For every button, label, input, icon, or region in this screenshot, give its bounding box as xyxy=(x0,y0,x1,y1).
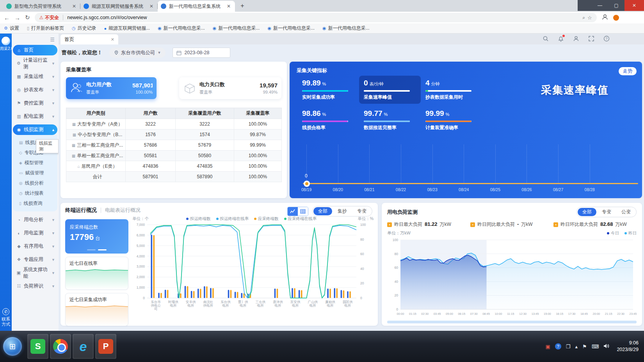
carousel-dots[interactable] xyxy=(65,249,128,250)
sidebar-collapse-icon[interactable]: ☰ xyxy=(12,34,59,43)
contact-button[interactable]: ✆ 联系方式 xyxy=(0,308,12,327)
terminal-total-card[interactable]: 应采终端总数 17796台 xyxy=(65,219,128,254)
notification-bell-icon[interactable] xyxy=(558,35,564,42)
sidebar-item[interactable]: ❖专题应用▼ xyxy=(13,254,57,265)
bookmark-item[interactable]: ◉新一代用电信息采... xyxy=(322,25,370,32)
browser-tab[interactable]: 新型电力负荷管理系统✕ xyxy=(3,1,80,12)
sidebar-item[interactable]: ◎抄表发布▼ xyxy=(13,85,57,95)
browser-update-icon[interactable] xyxy=(613,15,619,21)
bookmark-item[interactable]: ◷历史记录 xyxy=(72,25,96,32)
back-icon[interactable]: ← xyxy=(4,14,10,21)
tray-expand-icon[interactable]: ▴ xyxy=(575,344,578,350)
zoom-icon[interactable]: ⌕ xyxy=(582,15,585,20)
table-row[interactable]: ▦三相一般工商业用户...576865767999.99% xyxy=(66,140,282,151)
table-view-icon[interactable] xyxy=(298,207,308,216)
submenu-item[interactable]: ▭赋值管理 xyxy=(13,168,57,178)
segment-button[interactable]: 全部 xyxy=(313,207,332,215)
search-icon[interactable] xyxy=(543,35,549,42)
submenu-item[interactable]: ◈模型管理 xyxy=(13,158,57,168)
date-picker[interactable]: 2023-08-28 xyxy=(173,48,230,58)
sidebar-item[interactable]: ▦采集运维▼ xyxy=(13,71,57,82)
page-tab-home[interactable]: 首页✕ xyxy=(60,34,118,44)
segment-button[interactable]: 全部 xyxy=(578,208,596,216)
browser-tab[interactable]: 新一代用电信息采集系统✕ xyxy=(158,1,235,12)
minimize-button[interactable]: — xyxy=(592,0,608,11)
timeline-marker[interactable] xyxy=(304,181,310,187)
sidebar-item-home[interactable]: ⌂首页 xyxy=(13,45,57,55)
legend-item[interactable]: 今日 xyxy=(607,230,619,236)
table-row[interactable]: ▦大型专变用户（A类）32223222100.00% xyxy=(66,119,282,130)
online-rate-card[interactable]: 近七日在线率 xyxy=(65,257,128,290)
not-secure-warning[interactable]: ⚠不安全 xyxy=(39,14,59,21)
success-rate-card[interactable]: 近七日采集成功率 xyxy=(65,293,128,326)
submenu-item[interactable]: ◷统计报表 xyxy=(13,188,57,198)
avatar-icon[interactable] xyxy=(601,14,608,22)
sidebar-item[interactable]: ▣系统支撑功能▼ xyxy=(13,268,57,278)
table-row[interactable]: ▦单相一般工商业用户...5058150580100.00% xyxy=(66,151,282,161)
sidebar-item[interactable]: ⚑费控监测▼ xyxy=(13,98,57,108)
kpi-metric[interactable]: 99.89%实时采集成功率 xyxy=(297,76,359,104)
bookmark-item[interactable]: ⚙设置 xyxy=(4,25,19,32)
tray-window-icon[interactable]: ❐ xyxy=(566,344,571,350)
table-row[interactable]: ⌂居民用户（E类）474836474835100.00% xyxy=(66,161,282,172)
sidebar-item[interactable]: ◆有序用电▼ xyxy=(13,241,57,252)
tab-close-icon[interactable]: ✕ xyxy=(71,4,77,9)
tab-close-icon[interactable]: ✕ xyxy=(226,4,232,9)
kpi-timeline[interactable]: 08/1908/2008/2108/2208/2308/2408/2508/26… xyxy=(299,144,638,194)
sidebar-item[interactable]: ◔用电分析▼ xyxy=(13,215,57,225)
tab-terminal-overview[interactable]: 终端运行概况 xyxy=(65,207,97,214)
user-icon[interactable] xyxy=(573,35,579,42)
segment-button[interactable]: 专变 xyxy=(352,207,371,215)
fullscreen-icon[interactable] xyxy=(588,35,594,42)
tray-network-icon[interactable]: ⌨ xyxy=(592,344,599,350)
refresh-icon[interactable]: ↻ xyxy=(25,14,30,21)
kpi-metric[interactable]: 98.86%线损合格率 xyxy=(297,106,359,134)
kpi-metric[interactable]: 0表/分钟采集速率峰值 xyxy=(359,76,421,104)
tray-volume-icon[interactable] xyxy=(603,343,610,350)
sidebar-item[interactable]: ◐用电监测▼ xyxy=(13,228,57,238)
legend-item[interactable]: 投运终端在线率 xyxy=(216,216,249,222)
legend-item[interactable]: 应采终端在线率 xyxy=(284,216,317,222)
bookmark-item[interactable]: ●能源互联网营销服... xyxy=(104,25,150,32)
tab-close-icon[interactable]: ✕ xyxy=(111,37,114,42)
close-button[interactable]: ✕ xyxy=(624,0,644,11)
sidebar-item[interactable]: ◉线损监测▲ xyxy=(13,124,57,135)
table-row[interactable]: ▦中小型专变用户（B...1576157499.87% xyxy=(66,130,282,140)
chart-view-icon[interactable] xyxy=(288,207,298,216)
tray-help-icon[interactable]: ? xyxy=(555,343,561,350)
taskbar-ie-icon[interactable]: e xyxy=(73,334,94,359)
tab-close-icon[interactable]: ✕ xyxy=(148,4,155,9)
forward-icon[interactable]: → xyxy=(14,14,20,21)
browser-tab[interactable]: 能源互联网营销服务系统✕ xyxy=(80,1,158,12)
bookmark-item[interactable]: ◉新一代用电信息采... xyxy=(267,25,315,32)
new-tab-button[interactable]: + xyxy=(237,1,247,11)
sidebar-item[interactable]: ☷负荷辨识▼ xyxy=(13,281,57,291)
chart-zoom-scrollbar[interactable] xyxy=(387,321,637,323)
maximize-button[interactable]: ▢ xyxy=(608,0,624,11)
address-bar[interactable]: ⚠不安全 neweic.js.sgcc.com.cn/#/oc/overview… xyxy=(35,13,597,22)
bookmark-item[interactable]: ◉新一代用电信息采... xyxy=(213,25,260,32)
coverage-card[interactable]: 电力用户数覆盖率587,901100.00% xyxy=(66,77,157,99)
bookmark-item[interactable]: ▯打开新的标签页 xyxy=(27,25,64,32)
submenu-item[interactable]: ◎线损分析 xyxy=(13,178,57,188)
sidebar-item[interactable]: ▥配电监测▼ xyxy=(13,111,57,122)
load-chart[interactable]: 02040608010000:0001:1502:3003:4505:0006:… xyxy=(387,236,637,321)
help-icon[interactable]: ? xyxy=(603,35,610,42)
taskbar-chrome-icon[interactable] xyxy=(50,334,71,359)
terminal-chart[interactable]: 01,0002,0003,0004,0005,0006,0007,0000204… xyxy=(132,222,374,321)
table-row[interactable]: 合计587901587890100.00% xyxy=(66,172,282,182)
taskbar-powerpoint-icon[interactable]: P xyxy=(95,334,116,359)
tab-meter-overview[interactable]: 电能表运行概况 xyxy=(105,207,141,214)
kpi-metric[interactable]: 99.77%数据推送完整率 xyxy=(359,106,421,134)
sidebar-item[interactable]: ⚙计量运行监测▼ xyxy=(13,58,57,69)
segment-button[interactable]: 集抄 xyxy=(333,207,352,215)
tray-app-icon[interactable]: ▣ xyxy=(545,344,550,350)
kpi-metric[interactable]: 99.99%计量装置准确率 xyxy=(421,106,482,134)
submenu-item[interactable]: ▯线损查询 xyxy=(13,198,57,208)
legend-item[interactable]: 昨日 xyxy=(624,230,637,236)
kpi-metric[interactable]: 4分钟抄表数据采集用时 xyxy=(421,76,482,104)
segment-button[interactable]: 专变 xyxy=(597,208,616,216)
start-button[interactable]: ⊞ xyxy=(3,337,22,356)
clock[interactable]: 9:06 2023/8/29 xyxy=(614,340,639,353)
trend-button[interactable]: 走势 xyxy=(619,67,637,75)
